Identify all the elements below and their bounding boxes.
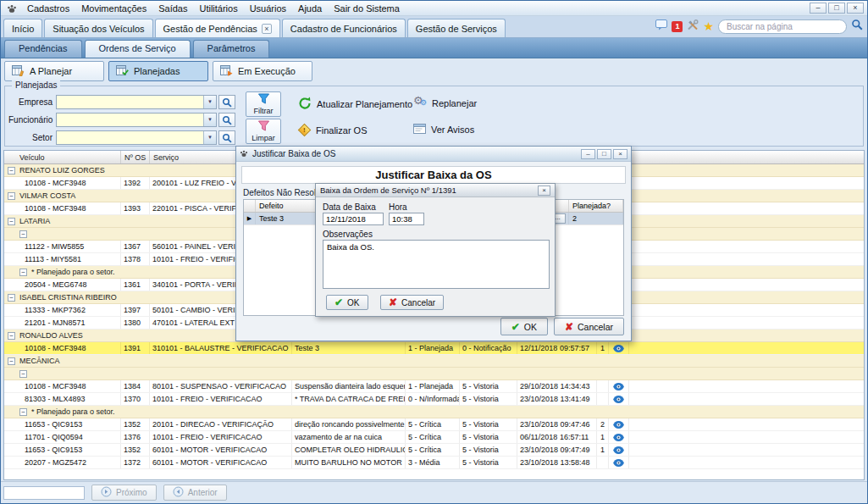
tab-inicio[interactable]: Início <box>3 19 42 37</box>
planejada-column-header[interactable]: Planejada? <box>569 200 623 212</box>
tree-collapse-icon[interactable]: − <box>8 294 15 302</box>
anterior-button[interactable]: Anterior <box>163 485 227 501</box>
baixa-ok-button[interactable]: ✔OK <box>326 295 368 310</box>
close-button[interactable]: × <box>847 3 864 14</box>
filtrar-button[interactable]: Filtrar <box>246 91 281 117</box>
group-label: VILMAR COSTA <box>19 191 75 200</box>
notification-badge[interactable]: 1 <box>672 21 683 32</box>
os-row[interactable]: 10108 - MCF39481391310101 - BALAUSTRE - … <box>4 342 864 355</box>
setor-search-button[interactable] <box>218 130 235 145</box>
footer-bar: Próximo Anterior <box>1 481 867 503</box>
tree-collapse-icon[interactable]: − <box>19 370 27 378</box>
planejada-cell[interactable]: 2 <box>569 213 623 224</box>
tab-gestao-de-servicos[interactable]: Gestão de Serviços <box>407 19 506 37</box>
dialog-maximize-button[interactable]: □ <box>597 149 611 159</box>
menu-item-usuarios[interactable]: Usuários <box>244 3 292 14</box>
tab-situacao-dos-veiculos[interactable]: Situação dos Veículos <box>44 19 152 37</box>
hora-input[interactable] <box>389 213 424 225</box>
group-row[interactable]: −* Planejado para o setor. <box>4 406 864 418</box>
search-icon[interactable] <box>851 19 863 34</box>
dialog-cancel-button[interactable]: ✘Cancelar <box>554 318 624 335</box>
dialog-titlebar[interactable]: Justificar Baixa de OS – □ × <box>236 147 631 162</box>
tab-close-icon[interactable]: × <box>262 24 272 34</box>
replanejar-button[interactable]: ⚙⚙ Replanejar <box>413 97 477 109</box>
menu-item-saidas[interactable]: Saídas <box>152 3 193 14</box>
search-input[interactable] <box>718 19 847 34</box>
empresa-combo[interactable]: ▼ <box>56 95 217 109</box>
tree-collapse-icon[interactable]: − <box>8 167 15 174</box>
cell-filler <box>629 317 864 329</box>
button-label: Cancelar <box>578 322 613 332</box>
os-row[interactable]: 11701 - QIQ0594137610101 - FREIO - VERIF… <box>4 431 864 444</box>
tree-collapse-icon[interactable]: − <box>8 332 15 340</box>
view-label: A Planejar <box>30 66 72 76</box>
funcionario-search-button[interactable] <box>218 113 235 127</box>
header-cell-veiculo[interactable]: Veículo <box>4 151 121 163</box>
header-cell-filler <box>629 151 864 163</box>
data-de-baixa-input[interactable] <box>323 213 384 225</box>
maximize-button[interactable]: □ <box>828 3 845 14</box>
tab-cadastro-de-funcionarios[interactable]: Cadastro de Funcionários <box>282 19 406 37</box>
tree-collapse-icon[interactable]: − <box>8 218 15 225</box>
menu-item-utilitarios[interactable]: Utilitários <box>193 3 243 14</box>
limpar-button[interactable]: Limpar <box>246 119 281 144</box>
dialog-close-button[interactable]: × <box>613 149 628 159</box>
menu-item-cadastros[interactable]: Cadastros <box>21 3 75 14</box>
view-os-icon[interactable] <box>609 418 629 430</box>
observacoes-textarea[interactable]: Baixa da OS. <box>323 240 550 289</box>
star-icon[interactable]: ★ <box>703 21 714 32</box>
setor-combo[interactable]: ▼ <box>56 130 217 145</box>
menu-item-sair[interactable]: Sair do Sistema <box>328 3 406 14</box>
tree-collapse-icon[interactable]: − <box>8 357 15 365</box>
baixa-close-button[interactable]: × <box>538 186 550 196</box>
menu-item-movimentacoes[interactable]: Movimentações <box>75 3 152 14</box>
tree-collapse-icon[interactable]: − <box>8 192 15 200</box>
view-os-icon[interactable] <box>609 380 629 392</box>
chevron-down-icon[interactable]: ▼ <box>203 114 216 126</box>
group-row[interactable]: − <box>4 368 864 380</box>
minimize-button[interactable]: – <box>810 3 827 14</box>
footer-filter-box[interactable] <box>3 486 85 500</box>
comment-icon[interactable] <box>655 19 667 34</box>
os-row[interactable]: 11653 - QIC9153135220101 - DIRECAO - VER… <box>4 418 864 431</box>
view-os-icon[interactable] <box>609 393 629 405</box>
tab-gestao-de-pendencias[interactable]: Gestão de Pendências× <box>155 19 280 37</box>
tab-bar: Início Situação dos Veículos Gestão de P… <box>1 16 867 38</box>
group-row[interactable]: −MECÂNICA <box>4 355 864 368</box>
empresa-search-button[interactable] <box>218 95 235 109</box>
tree-collapse-icon[interactable]: − <box>19 230 27 238</box>
subtab-parametros[interactable]: Parâmetros <box>193 40 270 58</box>
view-em-execucao-button[interactable]: Em Execução <box>213 61 312 81</box>
view-os-icon[interactable] <box>609 457 629 468</box>
dialog-minimize-button[interactable]: – <box>581 149 595 159</box>
proximo-button[interactable]: Próximo <box>91 485 157 501</box>
baixa-cancel-button[interactable]: ✘Cancelar <box>380 295 444 310</box>
funcionario-combo[interactable]: ▼ <box>56 113 217 127</box>
subtab-ordens-de-servico[interactable]: Ordens de Serviço <box>85 40 191 58</box>
os-row[interactable]: 20207 - MGZ5472137260101 - MOTOR - VERIF… <box>4 457 864 469</box>
os-row[interactable]: 81303 - MLX4893137010101 - FREIO - VERIF… <box>4 393 864 406</box>
header-cell-os[interactable]: Nº OS <box>121 151 150 163</box>
atualizar-planejamento-button[interactable]: Atualizar Planejamento <box>298 97 412 112</box>
cell-qtd: 2 <box>597 418 609 430</box>
tree-collapse-icon[interactable]: − <box>19 408 27 416</box>
os-row[interactable]: 10108 - MCF3948138480101 - SUSPENSAO - V… <box>4 380 864 393</box>
tools-icon[interactable] <box>687 19 699 34</box>
chevron-down-icon[interactable]: ▼ <box>203 131 216 144</box>
finalizar-os-button[interactable]: ! Finalizar OS <box>298 124 368 136</box>
tree-collapse-icon[interactable]: − <box>19 269 27 276</box>
menu-item-ajuda[interactable]: Ajuda <box>292 3 328 14</box>
tab-label: Cadastro de Funcionários <box>290 24 397 34</box>
cell-filler <box>629 444 864 456</box>
subtab-pendencias[interactable]: Pendências <box>4 40 82 58</box>
view-os-icon[interactable] <box>609 444 629 456</box>
view-a-planejar-button[interactable]: A Planejar <box>4 61 104 81</box>
os-row[interactable]: 11653 - QIC9153135260101 - MOTOR - VERIF… <box>4 444 864 457</box>
chevron-down-icon[interactable]: ▼ <box>203 96 216 108</box>
ver-avisos-button[interactable]: Ver Avisos <box>413 124 474 136</box>
dialog-ok-button[interactable]: ✔OK <box>500 318 548 335</box>
view-os-icon[interactable] <box>609 342 629 354</box>
view-planejadas-button[interactable]: Planejadas <box>108 61 208 81</box>
baixa-titlebar[interactable]: Baixa da Ordem de Serviço Nº 1/1391 × <box>316 184 555 197</box>
view-os-icon[interactable] <box>609 431 629 443</box>
